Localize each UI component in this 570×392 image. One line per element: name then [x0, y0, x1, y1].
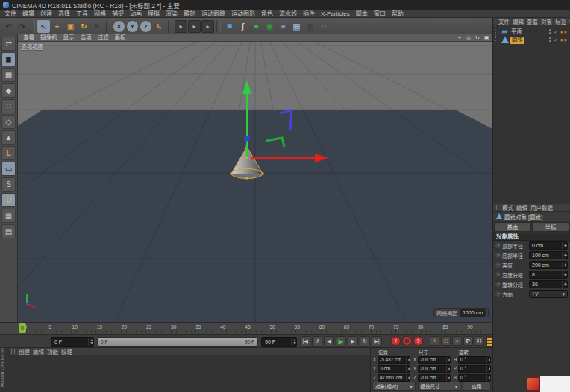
render-view-icon[interactable]: ▸ — [175, 20, 187, 33]
viewport-canvas[interactable]: 透视视图 网格间距 1000 cm — [18, 42, 492, 322]
current-frame-field[interactable]: 0 F — [51, 337, 94, 347]
menu-item[interactable]: 工具 — [73, 10, 91, 18]
apply-button[interactable]: 应用 — [463, 382, 491, 391]
spinner-icon[interactable] — [562, 262, 567, 268]
edges-mode-icon[interactable]: ◇ — [1, 115, 16, 129]
menu-item[interactable]: 选择 — [55, 10, 73, 18]
menu-item[interactable]: 角色 — [258, 10, 276, 18]
x-lock-icon[interactable]: X — [113, 20, 125, 33]
record-keyframe-button[interactable]: / — [391, 336, 401, 346]
prev-frame-button[interactable]: ◀ — [324, 336, 334, 347]
menu-item[interactable]: 创建 — [37, 10, 55, 18]
y-lock-icon[interactable]: Y — [126, 20, 139, 33]
viewport-menu-item[interactable]: 面板 — [112, 34, 129, 42]
menu-item[interactable]: X-Particles — [318, 10, 353, 18]
menu-item[interactable]: 渲染 — [163, 10, 181, 18]
position-input[interactable]: 47.661 cm — [378, 374, 410, 382]
menu-item[interactable]: 文件 — [1, 10, 19, 18]
object-manager-menu-item[interactable]: 编辑 — [511, 17, 525, 25]
spinner-icon[interactable] — [562, 252, 567, 259]
keyframe-selection-button[interactable]: ? — [413, 336, 423, 346]
viewport[interactable]: 查看摄像机显示选项过滤面板 +◎↻▣ — [18, 34, 492, 322]
field-input[interactable]: 200 cm — [529, 261, 568, 269]
menu-item[interactable]: 插件 — [300, 10, 318, 18]
z-axis-handle[interactable] — [245, 136, 250, 142]
make-editable-icon[interactable]: ⇄ — [1, 37, 16, 51]
enabled-check-icon[interactable]: ✓ — [554, 28, 558, 36]
move-icon[interactable]: + — [51, 20, 63, 33]
menu-item[interactable]: 网格 — [91, 10, 109, 18]
size-input[interactable]: 200 cm — [418, 374, 451, 382]
gizmo-origin[interactable] — [245, 157, 248, 159]
field-input[interactable]: +Y — [529, 290, 568, 298]
workplane-mode-icon[interactable]: ◆ — [1, 83, 16, 98]
viewport-solo-icon[interactable]: ▭ — [1, 162, 16, 176]
spinner-icon[interactable] — [446, 357, 450, 363]
last-tool-icon[interactable]: ↖ — [91, 20, 104, 33]
z-lock-icon[interactable]: Z — [140, 20, 152, 33]
圆锥[interactable]: 圆锥 ✓ — [493, 36, 570, 44]
spinner-icon[interactable] — [88, 338, 93, 346]
snap-magnet-icon[interactable]: U — [1, 193, 16, 207]
object-manager-menu-item[interactable]: 文件 — [497, 17, 511, 25]
redo-icon[interactable]: ↷ — [16, 20, 28, 33]
snap-toggle-icon[interactable]: S — [1, 177, 16, 192]
object-manager-menu-item[interactable]: 对象 — [539, 17, 554, 25]
menu-item[interactable]: 脚本 — [353, 10, 371, 18]
rotation-input[interactable]: 0 ° — [458, 374, 491, 382]
model-mode-icon[interactable]: ◼ — [1, 52, 16, 66]
environment-icon[interactable]: ● — [277, 20, 289, 33]
spinner-icon[interactable] — [406, 366, 410, 372]
material-menu-item[interactable]: 纹理 — [60, 347, 74, 355]
position-input[interactable]: -5.487 cm — [378, 356, 410, 364]
end-frame-field[interactable]: 90 F — [261, 337, 297, 347]
viewport-menu-item[interactable]: 显示 — [60, 34, 78, 42]
object-tags[interactable] — [560, 31, 567, 34]
spinner-icon[interactable] — [446, 375, 450, 381]
generator-icon[interactable]: ● — [250, 20, 263, 33]
key-pla-toggle[interactable]: ∷ — [475, 336, 484, 346]
timeline-playhead[interactable]: 0 — [19, 323, 26, 333]
attribute-tab[interactable]: 坐标 — [532, 222, 569, 232]
menu-item[interactable]: 帮助 — [389, 10, 407, 18]
panel-grip-icon[interactable] — [11, 349, 15, 354]
coord-size-dropdown[interactable]: 缩放尺寸 — [418, 382, 461, 391]
平面[interactable]: 平面 ✓ — [493, 28, 570, 36]
spinner-icon[interactable] — [562, 271, 567, 278]
material-menu-item[interactable]: 创建 — [17, 347, 31, 355]
separator[interactable] — [168, 20, 172, 33]
field-input[interactable]: 0 cm — [529, 241, 568, 250]
spinner-icon[interactable] — [562, 242, 567, 249]
next-frame-button[interactable]: ▶ — [348, 336, 358, 347]
menu-item[interactable]: 捕捉 — [109, 10, 127, 18]
object-manager-menu-item[interactable]: 查看 — [525, 17, 539, 25]
key-circle-icon[interactable] — [495, 243, 501, 248]
undo-icon[interactable]: ↶ — [2, 20, 15, 33]
taskbar-app-icon[interactable] — [527, 377, 540, 391]
spinner-icon[interactable] — [562, 281, 567, 288]
coord-mode-dropdown[interactable]: 对象(相对) — [372, 382, 416, 391]
attribute-menu-item[interactable]: 编辑 — [515, 203, 529, 212]
workplane-lock-icon[interactable]: ▦ — [1, 209, 16, 223]
key-scale-toggle[interactable]: □ — [441, 336, 451, 346]
key-circle-icon[interactable] — [495, 291, 501, 297]
enabled-check-icon[interactable]: ✓ — [554, 37, 558, 44]
goto-end-button[interactable]: ▶| — [372, 336, 382, 347]
rotation-input[interactable]: 0 ° — [458, 365, 491, 373]
menu-item[interactable]: 模拟 — [145, 10, 163, 18]
rotate-view-icon[interactable]: ↻ — [474, 34, 481, 41]
spinner-icon[interactable] — [406, 357, 410, 363]
field-input[interactable]: 36 — [529, 280, 568, 288]
key-circle-icon[interactable] — [495, 253, 501, 258]
light-icon[interactable]: ○ — [317, 20, 330, 33]
menu-item[interactable]: 编辑 — [19, 10, 37, 18]
points-mode-icon[interactable]: ∷ — [1, 99, 16, 113]
separator[interactable] — [106, 20, 110, 33]
menu-item[interactable]: 雕刻 — [181, 10, 198, 18]
prev-key-button[interactable]: ↺ — [312, 336, 322, 347]
autokey-button[interactable] — [402, 336, 412, 346]
workplane-grid-icon[interactable]: ▤ — [1, 224, 16, 238]
spinner-icon[interactable] — [486, 357, 490, 363]
key-circle-icon[interactable] — [495, 262, 501, 268]
spinner-icon[interactable] — [446, 366, 450, 372]
